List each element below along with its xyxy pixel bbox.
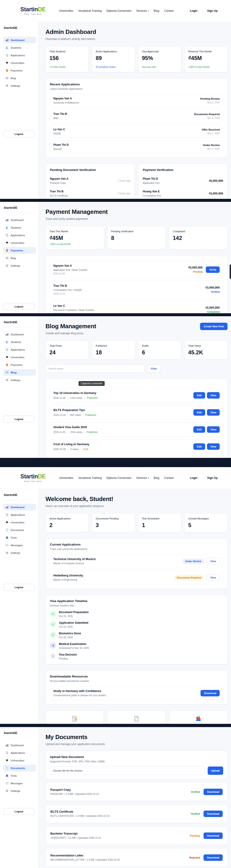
nav-diploma-conversion[interactable]: Diploma Conversion [107, 476, 132, 479]
login-link[interactable]: Login [190, 476, 198, 479]
sidebar-item-documents[interactable]: Documents [3, 765, 36, 771]
sidebar-item-blog[interactable]: Blog [3, 369, 36, 376]
sidebar-item-blog[interactable]: Blog [3, 75, 36, 82]
sidebar-item-tests[interactable]: Tests [3, 772, 36, 779]
auth-links: Login Sign Up [190, 9, 218, 12]
sidebar-item-tests[interactable]: Tests [3, 534, 36, 541]
sidebar-item-universities[interactable]: Universities [3, 240, 36, 246]
scrollbar[interactable] [230, 265, 231, 279]
auth-links: Login Sign Up [190, 476, 218, 479]
logout-button[interactable]: Logout [3, 416, 35, 423]
sidebar-item-settings[interactable]: ⚙Settings [3, 262, 36, 269]
file-input[interactable]: Choose file No file chosen [50, 767, 205, 775]
logout-button[interactable]: Logout [3, 130, 35, 137]
sidebar-item-settings[interactable]: ⚙Settings [3, 377, 36, 383]
nav-services[interactable]: Services▾ [136, 476, 149, 479]
view-button[interactable]: View [207, 409, 220, 416]
sidebar-item-dashboard[interactable]: Dashboard [3, 504, 36, 510]
view-button[interactable]: View [207, 443, 220, 450]
sidebar-item-applications[interactable]: Applications [3, 232, 36, 239]
edit-button[interactable]: Edit [193, 426, 205, 433]
sidebar-item-settings[interactable]: ⚙Settings [3, 82, 36, 89]
brand-logo[interactable]: StartinDE Study. Train. Work. [20, 6, 46, 15]
section-divider [0, 199, 231, 202]
doc-verification-row: Tran Thi BIELTS Certificate 5 hours ago [50, 190, 130, 197]
login-link[interactable]: Login [190, 9, 198, 12]
signup-link[interactable]: Sign Up [207, 9, 218, 12]
sidebar-item-settings[interactable]: ⚙Settings [3, 787, 36, 794]
view-button[interactable]: View [206, 558, 220, 565]
nav-contact[interactable]: Contact [164, 9, 173, 12]
download-button[interactable]: Download [203, 855, 223, 861]
doc-status: Rejected [190, 856, 200, 859]
nav-diploma-conversion[interactable]: Diploma Conversion [107, 9, 132, 12]
logout-button[interactable]: Logout [3, 303, 35, 310]
users-icon [5, 340, 8, 343]
sidebar-item-universities[interactable]: Universities [3, 354, 36, 361]
sidebar-item-messages[interactable]: Messages [3, 542, 36, 549]
chevron-down-icon: ▾ [148, 477, 149, 479]
nav-universities[interactable]: Universities [59, 9, 73, 12]
sidebar-item-payments[interactable]: Payments [3, 247, 36, 254]
nav-blog[interactable]: Blog [154, 9, 159, 12]
sidebar-item-payments[interactable]: Payments [3, 362, 36, 368]
sidebar-item-dashboard[interactable]: Dashboard [3, 742, 36, 748]
signup-link[interactable]: Sign Up [207, 476, 218, 479]
sidebar-item-universities[interactable]: Universities [3, 60, 36, 66]
sidebar-item-dashboard[interactable]: Dashboard [3, 37, 36, 43]
brand-logo[interactable]: StartinDE Study. Train. Work. [20, 473, 46, 482]
users-icon [5, 46, 8, 49]
document-row: Bachelor Transcript TRANSCRIPT • 3.2 MB … [46, 826, 228, 845]
money-bag-icon [5, 69, 8, 72]
sidebar-item-universities[interactable]: Universities [3, 757, 36, 764]
nav-services[interactable]: Services▾ [136, 9, 149, 12]
logout-button[interactable]: Logout [3, 584, 35, 591]
sidebar-item-applications[interactable]: Applications [3, 52, 36, 59]
download-button[interactable]: Download [203, 811, 223, 817]
sidebar-item-settings[interactable]: ⚙Settings [3, 550, 36, 556]
sidebar-item-applications[interactable]: Applications [3, 346, 36, 353]
graduation-cap-icon [5, 759, 8, 762]
sidebar-item-dashboard[interactable]: Dashboard [3, 331, 36, 338]
sidebar-item-students[interactable]: Students [3, 339, 36, 345]
sidebar-item-dashboard[interactable]: Dashboard [3, 217, 36, 223]
create-new-post-button[interactable]: Create New Post [200, 323, 228, 330]
search-input[interactable] [46, 365, 144, 373]
filter-button[interactable]: Filter [147, 365, 161, 373]
view-button[interactable]: View [207, 392, 220, 399]
edit-button[interactable]: Edit [193, 409, 205, 416]
sidebar-item-universities[interactable]: Universities [3, 519, 36, 526]
upload-button[interactable]: Upload [208, 767, 223, 775]
application-row: Heidelberg University Master of Engineer… [50, 570, 223, 585]
page-subtitle: Upload and manage your application docum… [46, 743, 228, 746]
sidebar-item-students[interactable]: Students [3, 224, 36, 231]
download-button[interactable]: Download [203, 789, 223, 795]
download-button[interactable]: Download [201, 690, 220, 696]
admin-stat-cards: Total Students 156 +12 this month Active… [46, 46, 228, 72]
sidebar-item-applications[interactable]: Applications [3, 512, 36, 518]
download-button[interactable]: Download [203, 833, 223, 839]
sidebar-item-messages[interactable]: Messages [3, 780, 36, 786]
sidebar-item-applications[interactable]: Applications [3, 749, 36, 756]
sidebar-item-payments[interactable]: Payments [3, 67, 36, 74]
verify-button[interactable]: Verify [206, 267, 220, 273]
view-button[interactable]: View [206, 574, 220, 581]
nav-universities[interactable]: Universities [59, 476, 73, 479]
nav-blog[interactable]: Blog [154, 476, 159, 479]
status-text: Under Review [203, 144, 220, 147]
view-button[interactable]: View [207, 426, 220, 433]
resource-row: Study in Germany with Confidence Compreh… [50, 686, 223, 700]
nav-vocational-training[interactable]: Vocational Training [78, 9, 102, 12]
sidebar-item-students[interactable]: Students [3, 44, 36, 51]
sidebar-item-documents[interactable]: Documents [3, 527, 36, 533]
nav-vocational-training[interactable]: Vocational Training [78, 476, 102, 479]
edit-button[interactable]: Edit [193, 443, 205, 450]
sidebar-item-blog[interactable]: Blog [3, 255, 36, 261]
payment-row: Le Van C Document Translation • Bank Tra… [50, 301, 223, 313]
logout-button[interactable]: Logout [3, 808, 35, 815]
edit-button[interactable]: Edit [193, 392, 205, 399]
status-badge: Documents Required [174, 575, 204, 580]
site-header: StartinDE Study. Train. Work. Universiti… [0, 467, 231, 489]
student-sidebar: StartinDE Dashboard Applications Univers… [0, 727, 38, 868]
nav-contact[interactable]: Contact [164, 476, 173, 479]
